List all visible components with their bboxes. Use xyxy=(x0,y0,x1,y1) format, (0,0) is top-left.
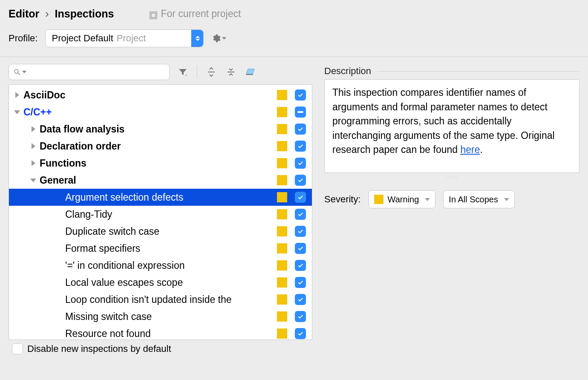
disclosure-triangle[interactable] xyxy=(13,92,21,98)
tree-node[interactable]: AsciiDoc xyxy=(9,86,312,104)
inspection-checkbox[interactable] xyxy=(295,209,306,220)
severity-swatch xyxy=(277,141,287,151)
eraser-icon[interactable] xyxy=(244,66,257,78)
chevron-down-icon xyxy=(222,37,226,40)
severity-swatch xyxy=(277,175,287,185)
tree-node[interactable]: Missing switch case xyxy=(9,308,312,325)
tree-node-label: Local value escapes scope xyxy=(65,277,277,288)
tree-node-label: Loop condition isn't updated inside the xyxy=(65,294,277,305)
inspection-checkbox[interactable] xyxy=(295,192,306,203)
inspection-checkbox[interactable] xyxy=(295,260,306,271)
description-title: Description xyxy=(324,66,371,77)
divider xyxy=(377,71,579,72)
severity-swatch xyxy=(277,158,287,168)
severity-swatch xyxy=(277,277,287,288)
chevron-right-icon: › xyxy=(45,8,49,20)
chevron-down-icon xyxy=(22,71,26,73)
disable-new-label: Disable new inspections by default xyxy=(27,343,171,354)
tree-node[interactable]: Argument selection defects xyxy=(9,189,312,206)
inspection-checkbox[interactable] xyxy=(295,124,306,135)
disclosure-triangle[interactable] xyxy=(13,110,21,114)
severity-swatch xyxy=(277,192,287,202)
severity-value: Warning xyxy=(388,195,419,204)
disclosure-triangle[interactable] xyxy=(29,160,37,166)
current-project-label: For current project xyxy=(161,8,241,20)
inspection-checkbox[interactable] xyxy=(295,226,306,237)
scope-value: In All Scopes xyxy=(449,195,498,204)
severity-swatch xyxy=(277,294,287,305)
tree-node-label: Missing switch case xyxy=(65,311,277,322)
profile-select[interactable]: Project Default Project xyxy=(45,29,204,47)
gear-icon[interactable] xyxy=(211,34,226,43)
tree-node[interactable]: Loop condition isn't updated inside the xyxy=(9,291,312,308)
inspection-checkbox[interactable] xyxy=(295,141,306,152)
description-link[interactable]: here xyxy=(460,144,480,155)
inspection-checkbox[interactable] xyxy=(295,158,306,169)
tree-node-label: Clang-Tidy xyxy=(65,209,277,220)
tree-node[interactable]: C/C++ xyxy=(9,104,312,121)
tree-node[interactable]: '=' in conditional expression xyxy=(9,257,312,274)
breadcrumb: Editor › Inspections xyxy=(9,8,114,20)
disclosure-triangle[interactable] xyxy=(29,126,37,132)
severity-swatch xyxy=(277,226,287,236)
profile-selected-scope: Project xyxy=(117,33,146,44)
inspection-checkbox[interactable] xyxy=(295,89,306,101)
inspection-checkbox[interactable] xyxy=(295,243,306,254)
tree-node[interactable]: Local value escapes scope xyxy=(9,274,312,291)
scope-icon xyxy=(150,10,157,18)
tree-node[interactable]: Data flow analysis xyxy=(9,121,312,138)
severity-select[interactable]: Warning xyxy=(369,190,436,208)
chevron-down-icon xyxy=(425,198,430,201)
breadcrumb-editor[interactable]: Editor xyxy=(9,8,39,20)
tree-node-label: Data flow analysis xyxy=(40,124,277,135)
tree-node[interactable]: Clang-Tidy xyxy=(9,206,312,223)
inspection-checkbox[interactable] xyxy=(295,107,306,118)
tree-node-label: Format specifiers xyxy=(65,243,277,254)
tree-node-label: Argument selection defects xyxy=(65,192,277,203)
description-body: This inspection compares identifier name… xyxy=(332,87,555,155)
expand-all-icon[interactable] xyxy=(205,66,218,78)
scope-select[interactable]: In All Scopes xyxy=(443,190,515,208)
breadcrumb-inspections[interactable]: Inspections xyxy=(55,8,114,20)
tree-node[interactable]: Duplicate switch case xyxy=(9,223,312,240)
inspection-checkbox[interactable] xyxy=(295,277,306,288)
tree-node-label: Functions xyxy=(40,158,277,169)
tree-node[interactable]: Functions xyxy=(9,155,312,172)
caret-up-icon xyxy=(196,36,200,38)
disable-new-checkbox[interactable] xyxy=(12,343,23,354)
severity-swatch xyxy=(277,243,287,253)
tree-node[interactable]: Format specifiers xyxy=(9,240,312,257)
tree-node-label: General xyxy=(40,175,277,186)
svg-line-3 xyxy=(18,73,20,75)
severity-swatch xyxy=(277,209,287,219)
filter-icon[interactable] xyxy=(176,66,189,78)
svg-rect-1 xyxy=(151,13,156,17)
separator xyxy=(197,66,197,78)
chevron-down-icon xyxy=(504,198,509,201)
inspection-tree[interactable]: AsciiDocC/C++Data flow analysisDeclarati… xyxy=(9,84,312,340)
tree-node[interactable]: Resource not found xyxy=(9,325,312,340)
severity-swatch xyxy=(277,311,287,322)
inspection-checkbox[interactable] xyxy=(295,328,306,339)
search-input[interactable] xyxy=(9,64,170,80)
caret-down-icon xyxy=(196,39,200,41)
collapse-all-icon[interactable] xyxy=(225,66,237,78)
severity-swatch xyxy=(277,328,287,339)
tree-node[interactable]: General xyxy=(9,172,312,189)
resize-grip[interactable]: :::::: xyxy=(324,175,579,179)
svg-point-2 xyxy=(14,69,18,73)
disclosure-triangle[interactable] xyxy=(29,143,37,149)
tree-node-label: Resource not found xyxy=(65,328,277,340)
profile-label: Profile: xyxy=(9,33,37,44)
tree-node-label: Declaration order xyxy=(40,141,277,152)
search-icon xyxy=(13,68,21,76)
inspection-checkbox[interactable] xyxy=(295,311,306,322)
tree-node-label: C/C++ xyxy=(23,107,277,118)
severity-swatch xyxy=(277,90,287,100)
tree-node-label: '=' in conditional expression xyxy=(65,260,277,271)
inspection-checkbox[interactable] xyxy=(295,294,306,305)
inspection-checkbox[interactable] xyxy=(295,175,306,186)
profile-stepper[interactable] xyxy=(191,30,203,47)
tree-node[interactable]: Declaration order xyxy=(9,138,312,155)
disclosure-triangle[interactable] xyxy=(29,178,37,182)
